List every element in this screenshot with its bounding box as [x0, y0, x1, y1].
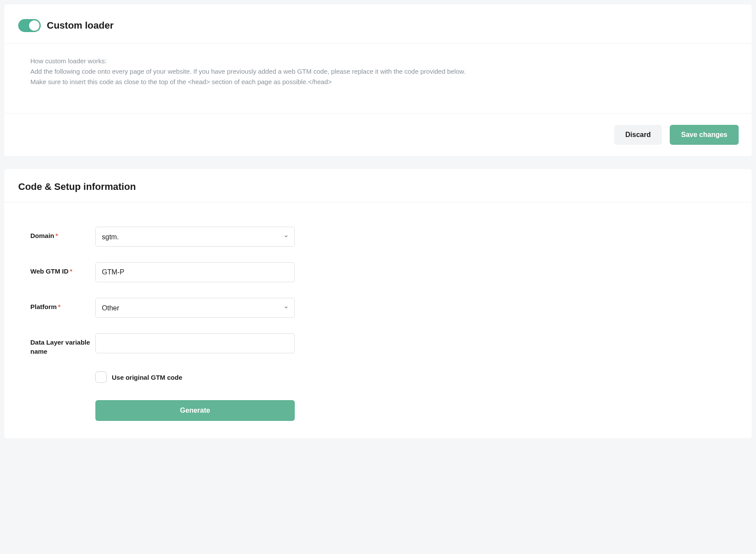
setup-form: Domain* sgtm. Web GTM ID* — [4, 202, 752, 438]
data-layer-input[interactable] — [95, 333, 295, 353]
toggle-knob-icon — [29, 20, 39, 31]
loader-info-block: How custom loader works: Add the followi… — [4, 43, 752, 113]
domain-label-text: Domain — [30, 232, 54, 239]
form-row-domain: Domain* sgtm. — [30, 227, 726, 247]
form-row-platform: Platform* Other — [30, 298, 726, 318]
form-row-gtm-id: Web GTM ID* — [30, 262, 726, 282]
loader-info-line-1: How custom loader works: — [30, 56, 726, 66]
data-layer-label: Data Layer variable name — [30, 333, 95, 356]
generate-button[interactable]: Generate — [95, 400, 295, 421]
custom-loader-card: Custom loader How custom loader works: A… — [4, 4, 752, 156]
platform-label: Platform* — [30, 298, 95, 311]
code-setup-card: Code & Setup information Domain* sgtm. — [4, 169, 752, 438]
domain-select[interactable]: sgtm. — [95, 227, 295, 247]
gtm-id-label: Web GTM ID* — [30, 262, 95, 276]
use-original-gtm-checkbox[interactable] — [95, 372, 107, 383]
actions-row: Discard Save changes — [4, 113, 752, 156]
custom-loader-toggle[interactable] — [18, 19, 41, 32]
custom-loader-title: Custom loader — [47, 20, 114, 31]
loader-info-line-2: Add the following code onto every page o… — [30, 66, 726, 77]
use-original-gtm-label: Use original GTM code — [112, 374, 182, 381]
code-setup-heading: Code & Setup information — [4, 169, 752, 202]
toggle-row: Custom loader — [4, 4, 752, 43]
platform-select[interactable]: Other — [95, 298, 295, 318]
form-row-data-layer: Data Layer variable name — [30, 333, 726, 356]
use-original-gtm-row: Use original GTM code — [95, 372, 726, 383]
gtm-id-label-text: Web GTM ID — [30, 267, 68, 275]
required-marker-icon: * — [55, 232, 58, 239]
required-marker-icon: * — [70, 267, 72, 275]
required-marker-icon: * — [58, 303, 61, 310]
domain-label: Domain* — [30, 227, 95, 240]
platform-label-text: Platform — [30, 303, 57, 310]
discard-button[interactable]: Discard — [614, 125, 662, 145]
gtm-id-input[interactable] — [95, 262, 295, 282]
loader-info-line-3: Make sure to insert this code as close t… — [30, 77, 726, 87]
save-changes-button[interactable]: Save changes — [670, 125, 739, 145]
